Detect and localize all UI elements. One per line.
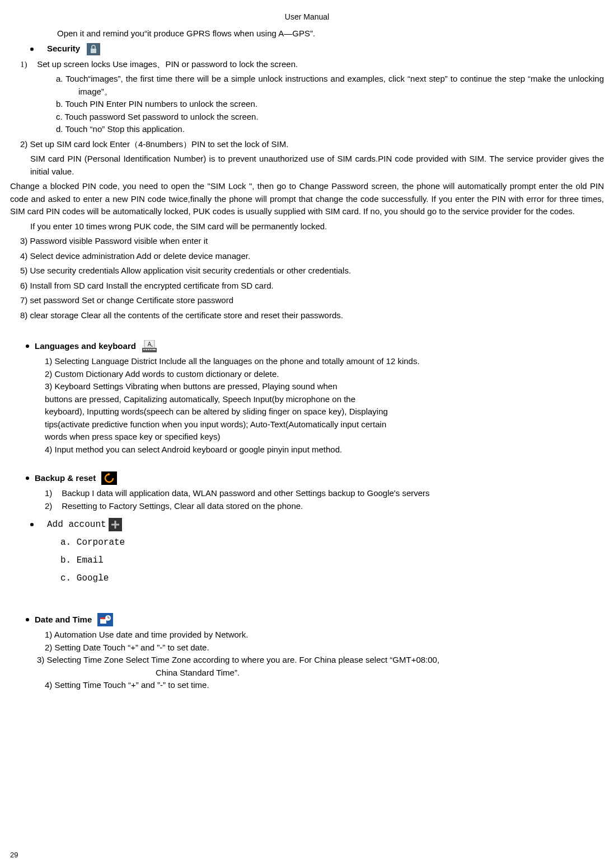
section-datetime: Date and Time (26, 613, 604, 626)
dt-item-1: 1) Automation Use date and time provided… (45, 629, 604, 641)
account-email: b. Email (60, 554, 604, 567)
lang-item-4: 4) Input method you can select Android k… (45, 444, 604, 456)
change-pin-para: Change a blocked PIN code, you need to o… (10, 180, 604, 218)
lang-item-1: 1) Selecting Language District Include a… (45, 355, 604, 368)
sec-item-1: 1) Set up screen locks Use images、PIN or… (20, 58, 604, 71)
dt-item-3b: China Standard Time”. (156, 667, 604, 680)
lock-icon (86, 43, 101, 56)
bullet-icon (26, 618, 29, 621)
svg-rect-4 (146, 349, 147, 350)
sec-item-1c: c. Touch password Set password to unlock… (56, 111, 604, 124)
add-account-label: Add account (47, 518, 106, 531)
lang-item-3c: keyboard), Inputting words(speech can be… (45, 405, 604, 418)
lang-item-3: 3) Keyboard Settings Vibrating when butt… (45, 380, 604, 393)
sec-item-1a: a. Touch“images”, the first time there w… (56, 73, 604, 98)
svg-rect-14 (111, 524, 119, 526)
backup-item-2: 2) Resetting to Factory Settings, Clear … (45, 500, 604, 513)
sec-item-1d: d. Touch “no” Stop this application. (56, 123, 604, 136)
bullet-icon (26, 477, 29, 480)
sec-item-4: 4) Select device administration Add or d… (20, 250, 604, 263)
svg-rect-1 (91, 49, 96, 53)
lang-item-3d: tips(activate predictive function when y… (45, 418, 604, 431)
puk-para: If you enter 10 times wrong PUK code, th… (30, 220, 604, 233)
sec-item-6: 6) Install from SD card Install the encr… (20, 280, 604, 293)
bullet-icon (26, 345, 29, 348)
languages-label: Languages and keyboard (35, 340, 136, 353)
dt-item-2: 2) Setting Date Touch “+” and ”-” to set… (45, 641, 604, 654)
sec-item-5: 5) Use security credentials Allow applic… (20, 265, 604, 277)
svg-rect-3 (143, 349, 145, 350)
section-languages: Languages and keyboard A (26, 339, 604, 353)
svg-rect-6 (150, 349, 152, 350)
page-header: User Manual (10, 11, 604, 23)
security-label: Security (47, 43, 80, 55)
account-google: c. Google (60, 572, 604, 585)
svg-point-11 (105, 474, 113, 482)
bullet-icon (30, 48, 34, 51)
sec-item-8: 8) clear storage Clear all the contents … (20, 309, 604, 322)
backup-item-1: 1) Backup I data will application data, … (45, 487, 604, 500)
svg-rect-5 (148, 349, 149, 350)
dt-item-4: 4) Setting Time Touch “+” and ”-” to set… (45, 679, 604, 692)
sec-item-3: 3) Password visible Password visible whe… (20, 235, 604, 248)
lang-item-2: 2) Custom Dictionary Add words to custom… (45, 368, 604, 381)
keyboard-a-icon: A (142, 339, 157, 353)
sec-item-1b: b. Touch PIN Enter PIN numbers to unlock… (56, 98, 604, 111)
intro-text: Open it and remind you“it produce GPRS f… (57, 27, 604, 40)
reset-arrow-icon (101, 471, 117, 485)
lang-item-3b: buttons are pressed, Capitalizing automa… (45, 393, 604, 406)
section-security: Security (30, 43, 604, 56)
sec-item-7: 7) set password Set or change Certificat… (20, 294, 604, 307)
account-corporate: a. Corporate (60, 536, 604, 549)
clock-calendar-icon (97, 613, 113, 626)
section-backup: Backup & reset (26, 471, 604, 485)
plus-icon (109, 518, 122, 531)
section-add-account: Add account (30, 518, 604, 531)
lang-item-3e: words when press space key or specified … (45, 431, 604, 444)
simpin-para: SIM card PIN (Personal Identification Nu… (30, 153, 604, 178)
svg-marker-12 (106, 473, 109, 475)
svg-rect-7 (152, 349, 156, 350)
sec-item-2: 2) Set up SIM card lock Enter（4-8numbers… (20, 138, 604, 151)
backup-label: Backup & reset (35, 472, 96, 485)
dt-item-3a: 3) Selecting Time Zone Select Time Zone … (37, 654, 604, 667)
bullet-icon (30, 523, 34, 526)
datetime-label: Date and Time (35, 614, 92, 626)
svg-text:A: A (148, 341, 152, 347)
